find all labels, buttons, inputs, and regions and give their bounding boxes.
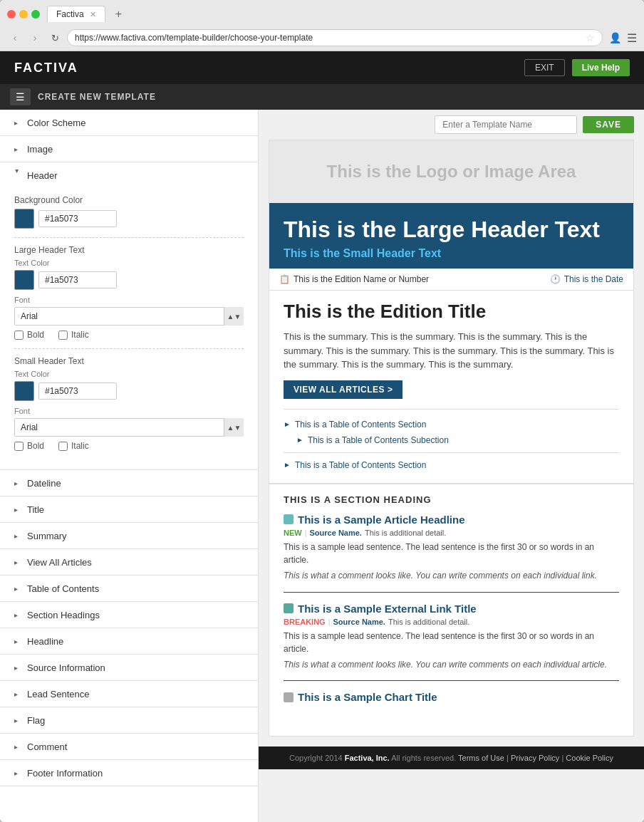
toc-item-3[interactable]: ► This is a Table of Contents Section (284, 457, 619, 473)
create-template-label: CREATE NEW TEMPLATE (38, 92, 156, 102)
article-1-headline[interactable]: This is a Sample Article Headline (298, 514, 465, 526)
small-text-color-input[interactable] (38, 383, 117, 400)
footer-brand: Factiva, Inc. (345, 754, 390, 762)
article-3-headline[interactable]: This is a Sample Chart Title (298, 691, 437, 703)
color-scheme-label: Color Scheme (27, 118, 85, 128)
small-italic-label: Italic (71, 441, 89, 451)
article-1-meta: NEW | Source Name. This is additional de… (284, 529, 619, 537)
flag-header[interactable]: ▸ Flag (0, 707, 258, 733)
article-1-comment: This is what a comment looks like. You c… (284, 570, 619, 582)
background-color-text-input[interactable] (38, 210, 117, 227)
large-bold-checkbox[interactable]: Bold (14, 330, 44, 340)
sidebar-section-headline: ▸ Headline (0, 628, 258, 655)
terms-of-use-link[interactable]: Terms of Use (458, 754, 504, 762)
meta-detail-2: This is additional detail. (388, 618, 469, 626)
toc-preview: ► This is a Table of Contents Section ► … (284, 409, 619, 473)
source-name-2: Source Name. (333, 618, 385, 626)
user-icon[interactable]: 👤 (607, 30, 623, 46)
chevron-right-icon: ▸ (10, 477, 21, 489)
chevron-right-icon: ▸ (10, 530, 21, 541)
headline-header[interactable]: ▸ Headline (0, 628, 258, 654)
browser-chrome: Factiva ✕ + ‹ › ↻ https://www.factiva.co… (0, 0, 644, 51)
sidebar-section-image: ▸ Image (0, 136, 258, 162)
refresh-button[interactable]: ↻ (47, 30, 63, 46)
large-text-color-swatch[interactable] (14, 270, 34, 290)
large-italic-checkbox[interactable]: Italic (58, 330, 89, 340)
bookmark-icon[interactable]: ☆ (586, 32, 595, 43)
section-heading: THIS IS A SECTION HEADING (284, 494, 619, 505)
color-scheme-header[interactable]: ▸ Color Scheme (0, 110, 258, 135)
secondary-nav: ☰ CREATE NEW TEMPLATE (0, 84, 644, 110)
section-headings-header[interactable]: ▸ Section Headings (0, 602, 258, 628)
minimize-dot[interactable] (19, 10, 28, 19)
footer-rights: All rights reserved. (391, 754, 456, 762)
new-tab-button[interactable]: + (115, 8, 122, 21)
close-dot[interactable] (7, 10, 16, 19)
source-header[interactable]: ▸ Source Information (0, 655, 258, 680)
browser-titlebar: Factiva ✕ + (0, 0, 644, 26)
small-italic-checkbox[interactable]: Italic (58, 441, 89, 451)
small-bold-input[interactable] (14, 442, 24, 451)
large-bold-label: Bold (27, 330, 44, 340)
summary-label: Summary (27, 531, 67, 541)
exit-button[interactable]: EXIT (524, 59, 565, 76)
toc-item-3-label: This is a Table of Contents Section (295, 460, 427, 470)
source-label: Source Information (27, 662, 105, 673)
chevron-right-icon: ▸ (10, 583, 21, 594)
small-text-color-swatch[interactable] (14, 381, 34, 401)
title-header[interactable]: ▸ Title (0, 496, 258, 522)
sidebar-section-headings: ▸ Section Headings (0, 602, 258, 628)
article-2-headline-row: This is a Sample External Link Title (284, 603, 619, 615)
back-button[interactable]: ‹ (7, 30, 23, 46)
summary-header[interactable]: ▸ Summary (0, 523, 258, 548)
header-section-header[interactable]: ▸ Header (0, 162, 258, 188)
comment-header[interactable]: ▸ Comment (0, 734, 258, 759)
large-font-select[interactable]: Arial (14, 307, 244, 326)
header-band: This is the Large Header Text This is th… (269, 203, 633, 269)
live-help-button[interactable]: Live Help (572, 59, 630, 76)
browser-dots (7, 10, 40, 19)
edition-title: This is the Edition Title (284, 301, 619, 323)
large-text-color-input[interactable] (38, 271, 117, 288)
hamburger-menu-button[interactable]: ☰ (10, 88, 31, 105)
article-item-2: This is a Sample External Link Title BRE… (284, 603, 619, 682)
large-italic-input[interactable] (58, 331, 68, 340)
toc-chevron-icon-1: ► (284, 420, 291, 428)
tab-close-icon[interactable]: ✕ (90, 10, 96, 19)
source-name-1: Source Name. (310, 529, 362, 537)
view-all-articles-button[interactable]: VIEW ALL ARTICLES > (284, 380, 402, 399)
browser-tab[interactable]: Factiva ✕ (47, 6, 105, 22)
toc-item-2[interactable]: ► This is a Table of Contents Subection (284, 432, 619, 448)
toc-item-1[interactable]: ► This is a Table of Contents Section (284, 417, 619, 432)
template-name-input[interactable] (435, 115, 577, 134)
view-all-header[interactable]: ▸ View All Articles (0, 549, 258, 575)
footer-header[interactable]: ▸ Footer Information (0, 760, 258, 786)
save-button[interactable]: SAVE (583, 116, 634, 133)
image-label: Image (27, 144, 53, 155)
small-italic-input[interactable] (58, 442, 68, 451)
tab-title: Factiva (56, 9, 84, 19)
footer-copyright: Copyright 2014 (289, 754, 343, 762)
background-color-swatch[interactable] (14, 209, 34, 229)
privacy-policy-link[interactable]: Privacy Policy (511, 754, 559, 762)
lead-header[interactable]: ▸ Lead Sentence (0, 681, 258, 707)
small-font-select[interactable]: Arial (14, 418, 244, 437)
image-header[interactable]: ▸ Image (0, 136, 258, 162)
sidebar: ▸ Color Scheme ▸ Image ▸ Header (0, 110, 259, 822)
small-font-sublabel: Font (14, 407, 244, 415)
forward-button[interactable]: › (27, 30, 43, 46)
article-2-headline[interactable]: This is a Sample External Link Title (298, 603, 477, 615)
dateline-header[interactable]: ▸ Dateline (0, 470, 258, 496)
section-headings-label: Section Headings (27, 610, 100, 620)
cookie-policy-link[interactable]: Cookie Policy (566, 754, 613, 762)
article-3-headline-row: This is a Sample Chart Title (284, 691, 619, 703)
large-bold-input[interactable] (14, 331, 24, 340)
toc-header[interactable]: ▸ Table of Contents (0, 576, 258, 601)
main-content: ▸ Color Scheme ▸ Image ▸ Header (0, 110, 644, 822)
menu-icon[interactable]: ☰ (627, 31, 637, 45)
maximize-dot[interactable] (31, 10, 40, 19)
sidebar-section-title: ▸ Title (0, 496, 258, 523)
large-italic-label: Italic (71, 330, 89, 340)
url-bar[interactable]: https://www.factiva.com/template-builder… (67, 29, 603, 46)
small-bold-checkbox[interactable]: Bold (14, 441, 44, 451)
